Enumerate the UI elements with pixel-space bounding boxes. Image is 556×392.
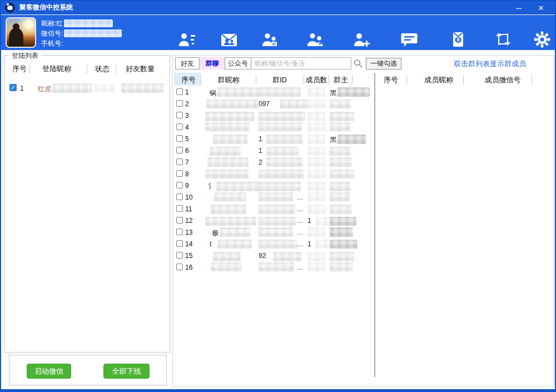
redacted-text — [315, 217, 329, 226]
group-row-number: 7 — [185, 158, 189, 166]
group-row-checkbox[interactable] — [176, 229, 183, 235]
group-row-checkbox[interactable] — [176, 240, 183, 247]
column-separator — [201, 75, 201, 85]
redacted-text — [330, 157, 352, 167]
select-all-button[interactable]: 一键勾选 — [366, 58, 401, 70]
group-table-row[interactable]: 8 — [173, 168, 374, 180]
tab-friends[interactable]: 好友 — [175, 57, 200, 70]
column-header: 好友数量 — [126, 64, 155, 74]
redacted-text — [205, 122, 250, 131]
truncation-ellipsis: … — [296, 217, 303, 225]
group-table-row[interactable]: 14t…1 — [173, 239, 374, 250]
group-table-row[interactable]: 61 — [173, 145, 374, 157]
tab-official-account[interactable]: 公众号 — [225, 57, 251, 70]
group-row-checkbox[interactable] — [176, 100, 183, 107]
login-row-number: 1 — [20, 85, 24, 92]
phone-line: 手机号: — [41, 38, 122, 48]
column-separator — [304, 75, 304, 85]
group-row-checkbox[interactable] — [176, 182, 183, 188]
redacted-text — [330, 205, 352, 214]
group-table-row[interactable]: 12…1 — [173, 215, 374, 227]
column-separator — [87, 64, 87, 73]
tab-group-chat[interactable]: 群聊 — [200, 57, 225, 70]
group-row-checkbox[interactable] — [176, 252, 183, 259]
redacted-text — [205, 170, 249, 178]
window-title: 聚客微信中控系统 — [19, 3, 73, 12]
group-row-number: 12 — [185, 217, 192, 225]
redacted-text — [337, 87, 370, 97]
group-row-number: 16 — [185, 264, 192, 271]
group-table-row[interactable]: 10… — [173, 192, 374, 204]
visible-text-fragment: t — [210, 240, 211, 248]
minimize-button[interactable]: ─ — [509, 1, 528, 14]
group-table-row[interactable]: 11… — [173, 204, 374, 215]
group-table-row[interactable]: 51黑 — [173, 133, 374, 145]
group-row-checkbox[interactable] — [176, 135, 183, 142]
group-row-checkbox[interactable] — [176, 205, 183, 212]
friend-list-icon — [178, 31, 196, 48]
panel-divider — [374, 73, 375, 377]
visible-text-fragment: 92 — [259, 252, 266, 260]
group-table-row[interactable]: 2097 — [173, 98, 374, 110]
group-row-checkbox[interactable] — [176, 217, 183, 224]
group-row-checkbox[interactable] — [176, 170, 183, 177]
group-table-row[interactable]: 72 — [173, 157, 374, 168]
group-table-row[interactable]: 13极… — [173, 227, 374, 239]
redacted-text — [307, 205, 325, 214]
group-row-checkbox[interactable] — [176, 193, 183, 200]
redacted-text — [315, 240, 329, 249]
group-row-number: 10 — [185, 193, 192, 201]
group-table-row[interactable]: 9氵 — [173, 180, 374, 192]
redacted-text — [259, 87, 301, 97]
search-icon[interactable] — [354, 59, 363, 68]
redacted-text — [330, 112, 354, 121]
avatar-silhouette — [9, 28, 23, 48]
group-row-checkbox[interactable] — [176, 158, 183, 165]
group-row-checkbox[interactable] — [176, 147, 183, 153]
login-row-checkbox[interactable] — [9, 84, 17, 91]
visible-text-fragment: 黑 — [330, 88, 336, 98]
group-row-number: 9 — [185, 182, 189, 190]
redacted-text — [266, 157, 303, 167]
truncation-ellipsis: … — [296, 264, 303, 271]
visible-text-fragment: 2 — [259, 158, 262, 166]
redacted-text — [330, 192, 350, 201]
group-row-checkbox[interactable] — [176, 123, 183, 130]
login-nickname-fragment: 红泥 — [38, 85, 51, 94]
redacted-text — [207, 157, 249, 167]
all-offline-button[interactable]: 全部下线 — [103, 364, 150, 379]
avatar — [6, 17, 36, 48]
group-members-hint: 双击群列表显示群成员 — [426, 59, 554, 69]
group-table-row[interactable]: 1锅黑 — [173, 87, 374, 98]
group-row-number: 4 — [185, 123, 189, 131]
redacted-text — [307, 192, 325, 201]
redacted-nickname — [64, 19, 113, 27]
wechat-id-line: 微信号: — [41, 28, 122, 38]
group-row-number: 11 — [185, 205, 192, 213]
group-row-checkbox[interactable] — [176, 88, 183, 95]
close-button[interactable]: ✕ — [532, 1, 550, 14]
start-wechat-button[interactable]: 启动微信 — [27, 364, 71, 379]
redacted-wechat-id — [64, 29, 122, 37]
group-row-checkbox[interactable] — [176, 112, 183, 118]
group-table-row[interactable]: 4 — [173, 122, 374, 133]
visible-text-fragment: 097 — [259, 100, 270, 108]
group-row-checkbox[interactable] — [176, 264, 183, 270]
login-row[interactable]: 1 红泥 — [4, 82, 170, 95]
redacted-text — [330, 100, 351, 108]
redacted-text — [330, 240, 358, 249]
redacted-text — [307, 157, 325, 167]
redacted-text — [266, 135, 303, 144]
login-list-panel: 登陆列表 序号 登陆昵称 状态 好友数量 1 红泥 — [4, 55, 170, 353]
group-table-row[interactable]: 1592 — [173, 250, 374, 262]
member-table-header: 序号 成员昵称 成员微信号 — [378, 74, 555, 86]
redacted-text — [307, 112, 325, 121]
redacted-text — [52, 83, 92, 93]
redacted-text — [211, 262, 242, 271]
column-separator — [29, 64, 30, 73]
truncation-ellipsis: … — [296, 240, 303, 248]
group-table-row[interactable]: 16… — [173, 262, 374, 274]
group-table-row[interactable]: 3 — [173, 110, 374, 122]
app-logo-icon — [5, 3, 15, 13]
search-input[interactable] — [255, 58, 348, 69]
